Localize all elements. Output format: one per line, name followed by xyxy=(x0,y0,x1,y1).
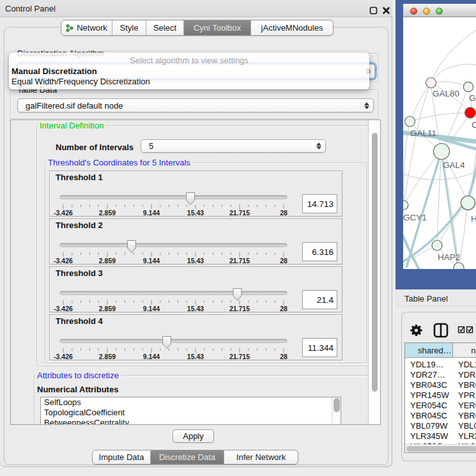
attribute-list-item[interactable]: TopologicalCoefficient xyxy=(41,408,341,418)
table-row[interactable]: YBL079WYBL079W xyxy=(405,421,476,431)
graph-node-label: GCY1 xyxy=(403,213,427,222)
tab-jactivemnodules[interactable]: jActiveMNodules xyxy=(251,20,333,35)
table-column-header[interactable]: shared… xyxy=(405,343,453,357)
tab-label: Infer Network xyxy=(236,452,286,462)
slider-thumb[interactable] xyxy=(127,241,135,253)
svg-text:21.715: 21.715 xyxy=(229,257,250,265)
attributes-list-scrollbar[interactable] xyxy=(332,397,341,425)
graph-edge xyxy=(410,113,470,121)
threshold-value-field[interactable]: 11.344 xyxy=(302,338,337,357)
table-data-combobox-value: galFiltered.sif default node xyxy=(18,101,360,111)
number-of-intervals-combobox[interactable]: 5 xyxy=(141,139,326,153)
network-icon xyxy=(66,24,73,33)
graph-edge xyxy=(404,151,441,205)
table-cell: YPR145W xyxy=(453,390,476,401)
table-row[interactable]: YDL19…YDL19 xyxy=(405,360,476,370)
svg-text:15.43: 15.43 xyxy=(187,257,204,265)
interval-definition-group: Interval Definition Number of Intervals … xyxy=(36,125,371,366)
tab-label: Select xyxy=(153,23,176,33)
node-table[interactable]: shared…name YDL19…YDL19YDR27…YDR27YBR043… xyxy=(404,342,476,453)
numerical-attributes-label: Numerical Attributes xyxy=(37,385,118,394)
interval-definition-label: Interval Definition xyxy=(38,121,105,130)
close-traffic-icon[interactable] xyxy=(410,8,417,15)
thresholds-group-label: Threshold's Coordinates for 5 Intervals xyxy=(46,158,192,167)
control-panel-titlebar: Control Panel xyxy=(0,0,392,17)
graph-node[interactable] xyxy=(465,107,476,118)
attribute-list-item[interactable]: BetweennessCentrality xyxy=(41,418,341,425)
tab-discretize-data[interactable]: Discretize Data xyxy=(151,450,224,464)
table-row[interactable]: YDR27…YDR27 xyxy=(405,370,476,380)
svg-text:2.859: 2.859 xyxy=(99,305,116,312)
graph-node[interactable] xyxy=(405,116,415,127)
threshold-box: Threshold 4-3.4262.8599.14415.4321.71528… xyxy=(49,314,342,360)
apply-button[interactable]: Apply xyxy=(173,429,214,443)
table-row[interactable]: YBR043CYBR043C xyxy=(405,380,476,390)
popup-item[interactable]: Manual Discretization xyxy=(9,66,369,77)
svg-text:-3.426: -3.426 xyxy=(54,257,73,265)
attribute-list-item[interactable]: SelfLoops xyxy=(41,397,341,408)
slider-thumb[interactable] xyxy=(187,193,195,205)
gear-icon[interactable] xyxy=(410,325,422,336)
tab-network[interactable]: Network xyxy=(61,20,112,35)
threshold-box: Threshold 2-3.4262.8599.14415.4321.71528… xyxy=(49,219,342,265)
threshold-value-field[interactable]: 14.713 xyxy=(302,194,337,213)
popup-item[interactable]: Equal Width/Frequency Discretization xyxy=(9,77,369,88)
svg-text:15.43: 15.43 xyxy=(187,305,204,312)
table-cell: YPR145W xyxy=(405,390,453,401)
float-window-icon[interactable] xyxy=(369,6,378,15)
tab-label: Discretize Data xyxy=(159,452,215,462)
svg-text:-3.426: -3.426 xyxy=(54,353,73,360)
threshold-value-field[interactable]: 21.4 xyxy=(302,290,337,309)
graph-edge xyxy=(403,169,476,180)
split-view-icon[interactable] xyxy=(434,324,447,337)
table-cell: YDL19… xyxy=(405,360,453,370)
threshold-label: Threshold 3 xyxy=(56,268,103,278)
table-cell: YBL079W xyxy=(405,421,453,431)
graph-node[interactable] xyxy=(434,144,450,160)
table-row[interactable]: YPR145WYPR145W xyxy=(405,390,476,401)
graph-node-label: HAP2 xyxy=(438,252,460,262)
table-column-header[interactable]: name xyxy=(453,343,476,357)
checkbox-checked-icon[interactable] xyxy=(467,327,473,333)
settings-scrollbar[interactable] xyxy=(368,120,380,424)
minimize-traffic-icon[interactable] xyxy=(423,8,430,15)
graph-node[interactable] xyxy=(454,263,464,269)
graph-node[interactable] xyxy=(426,78,436,88)
table-data-combobox[interactable]: galFiltered.sif default node xyxy=(17,98,374,112)
number-of-intervals-value: 5 xyxy=(141,141,312,151)
table-horizontal-scrollbar[interactable] xyxy=(405,444,476,452)
graph-node[interactable] xyxy=(461,196,475,210)
threshold-slider[interactable]: -3.4262.8599.14415.4321.71528 xyxy=(50,239,300,268)
popup-item[interactable]: Select algorithm to view settings xyxy=(9,56,369,66)
table-row[interactable]: YBR045CYBR045C xyxy=(405,411,476,421)
svg-text:28: 28 xyxy=(280,257,288,265)
slider-thumb[interactable] xyxy=(163,337,171,349)
zoom-traffic-icon[interactable] xyxy=(436,8,443,15)
table-row[interactable]: YLR345WYLR345W xyxy=(405,431,476,441)
table-row[interactable]: YER054CYER054C xyxy=(405,401,476,411)
svg-text:28: 28 xyxy=(280,353,288,360)
network-canvas[interactable]: GAL80GACGAL11GAL4GCY1HHAP2 xyxy=(403,17,476,269)
tab-impute-data[interactable]: Impute Data xyxy=(93,450,151,464)
svg-text:21.715: 21.715 xyxy=(229,209,250,217)
tab-select[interactable]: Select xyxy=(146,20,184,35)
threshold-slider[interactable]: -3.4262.8599.14415.4321.71528 xyxy=(50,287,300,316)
close-icon[interactable] xyxy=(381,6,391,15)
threshold-slider[interactable]: -3.4262.8599.14415.4321.71528 xyxy=(50,335,300,364)
slider-thumb[interactable] xyxy=(233,289,242,301)
graph-node[interactable] xyxy=(463,82,473,91)
tab-cyni-toolbox[interactable]: Cyni Toolbox xyxy=(184,20,251,35)
tab-label: jActiveMNodules xyxy=(261,23,323,33)
tab-style[interactable]: Style xyxy=(112,20,146,35)
graph-node[interactable] xyxy=(432,240,442,250)
checkbox-checked-icon[interactable] xyxy=(459,327,464,333)
numerical-attributes-list[interactable]: SelfLoopsTopologicalCoefficientBetweenne… xyxy=(40,397,341,425)
table-cell: YBR043C xyxy=(453,380,476,390)
table-cell: YBR045C xyxy=(405,411,453,421)
threshold-value-field[interactable]: 6.316 xyxy=(302,242,337,261)
table-cell: YER054C xyxy=(453,401,476,411)
threshold-slider[interactable]: -3.4262.8599.14415.4321.71528 xyxy=(50,191,300,220)
graph-node[interactable] xyxy=(403,201,408,210)
table-data-group: Table Data galFiltered.sif default node xyxy=(10,89,378,119)
tab-infer-network[interactable]: Infer Network xyxy=(224,450,298,464)
